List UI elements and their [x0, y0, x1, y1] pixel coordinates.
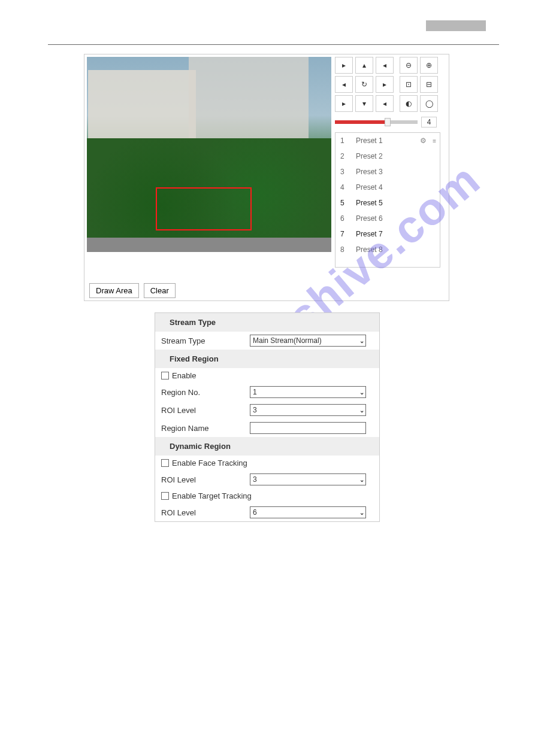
roi-level-fixed-select[interactable]: 3 ⌄	[250, 404, 366, 416]
preset-label: Preset 8	[356, 245, 383, 254]
ptz-up-button[interactable]: ▴	[355, 57, 373, 74]
checkbox-icon	[161, 459, 169, 467]
preset-row[interactable]: 2 Preset 2	[335, 148, 440, 164]
preset-row[interactable]: 4 Preset 4	[335, 180, 440, 195]
header-divider	[48, 44, 499, 45]
preset-row[interactable]: 7 Preset 7	[335, 226, 440, 242]
gear-icon[interactable]: ⚙	[420, 136, 427, 145]
preset-label: Preset 1	[356, 136, 383, 145]
roi-level-target-label: ROI Level	[161, 508, 245, 517]
stream-type-label: Stream Type	[161, 336, 245, 345]
section-stream-type: Stream Type	[155, 313, 379, 332]
clear-button[interactable]: Clear	[144, 283, 176, 298]
checkbox-icon	[161, 492, 169, 500]
ptz-up-left-button[interactable]: ▸	[335, 57, 353, 74]
iris-open-button[interactable]: ◐	[400, 95, 418, 112]
chevron-down-icon: ⌄	[359, 476, 364, 483]
ptz-controls: ▸ ▴ ◂ ⊖ ⊕ ◂ ↻ ▸ ⊡ ⊟ ▸ ▾	[335, 57, 440, 268]
preset-label: Preset 2	[356, 152, 383, 160]
chevron-down-icon: ⌄	[359, 407, 364, 414]
enable-face-tracking-checkbox[interactable]: Enable Face Tracking	[161, 459, 247, 467]
region-name-label: Region Name	[161, 424, 245, 433]
preset-label: Preset 6	[356, 214, 383, 223]
preset-row[interactable]: 8 Preset 8	[335, 242, 440, 257]
roi-level-target-select[interactable]: 6 ⌄	[250, 506, 366, 518]
roi-level-fixed-label: ROI Level	[161, 406, 245, 415]
preset-row[interactable]: 5 Preset 5	[335, 195, 440, 211]
video-preview[interactable]	[87, 57, 331, 252]
preset-label: Preset 5	[356, 199, 383, 207]
focus-far-button[interactable]: ⊟	[420, 76, 438, 93]
roi-level-face-label: ROI Level	[161, 475, 245, 484]
ptz-auto-button[interactable]: ↻	[355, 76, 373, 93]
roi-level-face-select[interactable]: 3 ⌄	[250, 473, 366, 485]
region-name-input[interactable]	[250, 422, 366, 434]
iris-close-button[interactable]: ◯	[420, 95, 438, 112]
ptz-down-button[interactable]: ▾	[355, 95, 373, 112]
bars-icon[interactable]: ≡	[433, 138, 436, 144]
focus-near-button[interactable]: ⊡	[400, 76, 418, 93]
chevron-down-icon: ⌄	[359, 338, 364, 344]
chevron-down-icon: ⌄	[359, 509, 364, 516]
stream-type-select[interactable]: Main Stream(Normal) ⌄	[250, 335, 366, 347]
preset-label: Preset 3	[356, 168, 383, 176]
preset-label: Preset 7	[356, 230, 383, 238]
checkbox-icon	[161, 372, 169, 379]
roi-rectangle[interactable]	[156, 187, 252, 230]
section-fixed-region: Fixed Region	[155, 350, 379, 368]
preset-row[interactable]: 1 Preset 1 ⚙ ≡	[335, 133, 440, 148]
section-dynamic-region: Dynamic Region	[155, 437, 379, 456]
ptz-right-button[interactable]: ▸	[376, 76, 394, 93]
roi-settings-panel: Stream Type Stream Type Main Stream(Norm…	[155, 312, 380, 522]
ptz-down-right-button[interactable]: ◂	[376, 95, 394, 112]
region-no-label: Region No.	[161, 388, 245, 397]
preset-list[interactable]: 1 Preset 1 ⚙ ≡ 2 Preset 2 3 Preset 3 4	[335, 132, 440, 268]
preset-row[interactable]: 3 Preset 3	[335, 164, 440, 180]
ptz-down-left-button[interactable]: ▸	[335, 95, 353, 112]
chevron-down-icon: ⌄	[359, 389, 364, 396]
ptz-speed-slider[interactable]	[335, 120, 418, 124]
preset-row[interactable]: 6 Preset 6	[335, 211, 440, 226]
video-ptz-panel: ▸ ▴ ◂ ⊖ ⊕ ◂ ↻ ▸ ⊡ ⊟ ▸ ▾	[84, 54, 449, 301]
ptz-up-right-button[interactable]: ◂	[376, 57, 394, 74]
header-gray-bar	[426, 20, 486, 31]
enable-fixed-checkbox[interactable]: Enable	[161, 371, 196, 380]
enable-target-tracking-checkbox[interactable]: Enable Target Tracking	[161, 491, 252, 500]
draw-area-button[interactable]: Draw Area	[89, 283, 139, 298]
ptz-speed-value: 4	[421, 117, 437, 127]
preset-label: Preset 4	[356, 183, 383, 192]
ptz-left-button[interactable]: ◂	[335, 76, 353, 93]
slider-thumb[interactable]	[385, 118, 391, 126]
zoom-out-button[interactable]: ⊖	[400, 57, 418, 74]
region-no-select[interactable]: 1 ⌄	[250, 386, 366, 398]
zoom-in-button[interactable]: ⊕	[420, 57, 438, 74]
